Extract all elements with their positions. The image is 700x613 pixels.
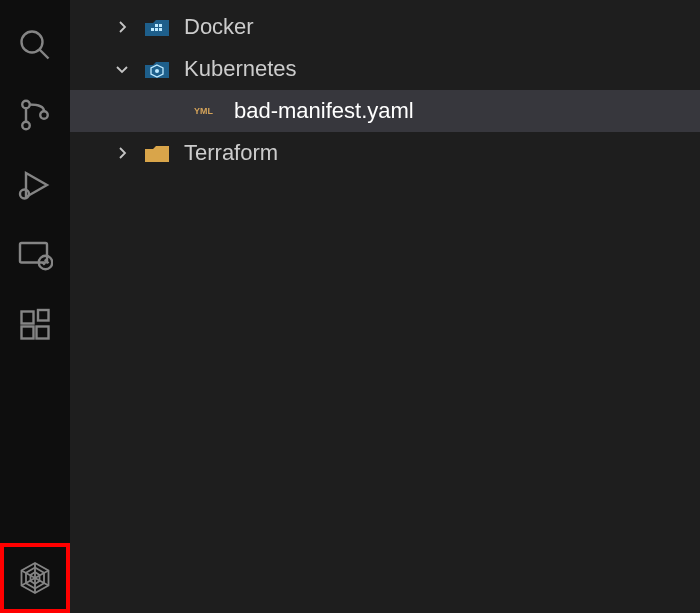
search-icon xyxy=(17,27,53,63)
svg-rect-10 xyxy=(37,327,49,339)
svg-rect-21 xyxy=(155,24,158,27)
activity-trivy-scanner[interactable] xyxy=(4,547,66,609)
tree-item-label: Terraform xyxy=(184,140,278,166)
svg-rect-18 xyxy=(151,28,154,31)
run-debug-icon xyxy=(17,167,53,203)
kubernetes-folder-icon xyxy=(144,56,170,82)
svg-rect-8 xyxy=(22,312,34,324)
docker-folder-icon xyxy=(144,14,170,40)
tree-item-label: Kubernetes xyxy=(184,56,297,82)
svg-rect-11 xyxy=(38,310,49,321)
remote-explorer-icon xyxy=(17,237,53,273)
svg-rect-19 xyxy=(155,28,158,31)
chevron-right-icon xyxy=(110,145,134,161)
activity-bottom-section xyxy=(0,543,70,613)
svg-point-4 xyxy=(40,111,48,119)
tree-file-bad-manifest[interactable]: · YML bad-manifest.yaml xyxy=(70,90,700,132)
activity-source-control[interactable] xyxy=(0,80,70,150)
activity-search[interactable] xyxy=(0,10,70,80)
file-explorer: Docker Kubernetes · YML bad-manifest.yam… xyxy=(70,0,700,613)
svg-point-2 xyxy=(22,101,30,109)
svg-text:YML: YML xyxy=(194,106,213,116)
source-control-icon xyxy=(17,97,53,133)
tree-item-label: Docker xyxy=(184,14,254,40)
activity-remote-explorer[interactable] xyxy=(0,220,70,290)
activity-run-debug[interactable] xyxy=(0,150,70,220)
activity-extensions[interactable] xyxy=(0,290,70,360)
extensions-icon xyxy=(17,307,53,343)
svg-point-3 xyxy=(22,122,30,130)
tree-item-label: bad-manifest.yaml xyxy=(234,98,414,124)
svg-rect-22 xyxy=(159,24,162,27)
terraform-folder-icon xyxy=(144,140,170,166)
chevron-down-icon xyxy=(110,61,134,77)
svg-line-1 xyxy=(40,50,49,59)
svg-rect-20 xyxy=(159,28,162,31)
chevron-right-icon xyxy=(110,19,134,35)
activity-bar xyxy=(0,0,70,613)
scanner-icon xyxy=(17,560,53,596)
svg-rect-9 xyxy=(22,327,34,339)
tree-folder-terraform[interactable]: Terraform xyxy=(70,132,700,174)
tree-folder-docker[interactable]: Docker xyxy=(70,6,700,48)
svg-rect-6 xyxy=(20,243,47,263)
tree-folder-kubernetes[interactable]: Kubernetes xyxy=(70,48,700,90)
svg-point-5 xyxy=(20,190,29,199)
svg-point-0 xyxy=(22,32,43,53)
svg-point-24 xyxy=(155,69,159,73)
yaml-file-icon: YML xyxy=(194,98,220,124)
